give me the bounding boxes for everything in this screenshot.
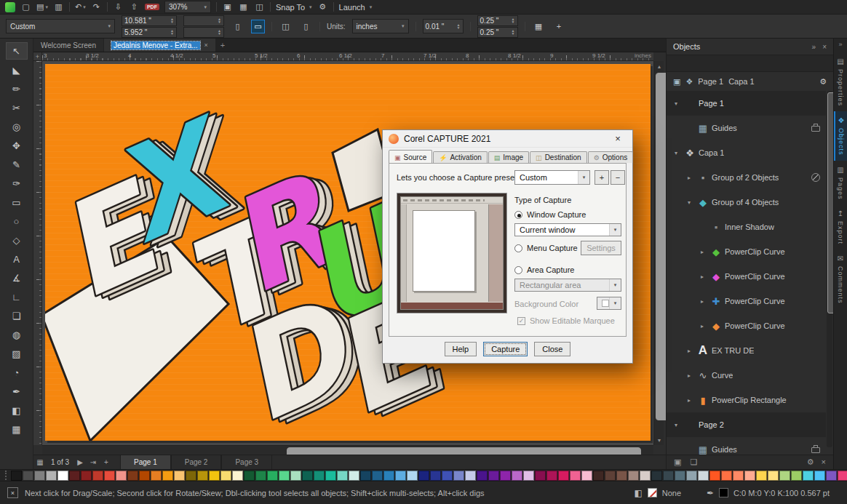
- page-sorter-icon[interactable]: ▦: [33, 458, 47, 466]
- show-editable-marquee-checkbox[interactable]: ✓ Show Editable Marquee: [517, 316, 615, 325]
- import-icon[interactable]: ⇩: [113, 1, 124, 13]
- color-swatch[interactable]: [360, 471, 371, 481]
- dock-tab-comments[interactable]: ✉ Comments: [834, 249, 847, 309]
- object-label[interactable]: Capa 1: [699, 148, 724, 157]
- landscape-orientation-button[interactable]: ▭: [251, 20, 265, 33]
- color-swatch[interactable]: [220, 471, 231, 481]
- color-swatch[interactable]: [477, 471, 488, 481]
- zoom-level-select[interactable]: 307% ▾: [164, 1, 211, 13]
- shape-tool[interactable]: ◣: [6, 61, 28, 79]
- dialog-close-icon[interactable]: ×: [609, 133, 627, 144]
- expand-arrow-icon[interactable]: ▾: [684, 199, 694, 206]
- pick-tool[interactable]: ↖: [6, 42, 28, 60]
- preset-select[interactable]: Custom ▾: [6, 19, 115, 33]
- color-swatch[interactable]: [337, 471, 348, 481]
- view-wireframe-icon[interactable]: ▦: [238, 1, 249, 13]
- expand-arrow-icon[interactable]: ▸: [684, 372, 694, 379]
- row-status-icon[interactable]: [811, 447, 820, 453]
- object-label[interactable]: PowerClip Curve: [725, 297, 785, 305]
- expand-arrow-icon[interactable]: ▾: [671, 422, 681, 428]
- page-tab[interactable]: Page 3: [221, 455, 272, 469]
- color-swatch[interactable]: [791, 471, 802, 481]
- object-label[interactable]: Group of 4 Objects: [712, 198, 779, 207]
- expand-arrow-icon[interactable]: ▸: [684, 397, 694, 404]
- color-swatch[interactable]: [255, 471, 266, 481]
- stepper-icon[interactable]: ▲▼: [218, 17, 221, 23]
- area-capture-radio[interactable]: Area Capture: [514, 265, 574, 274]
- view-enhanced-icon[interactable]: ◫: [254, 1, 265, 13]
- horizontal-scrollbar[interactable]: [42, 445, 653, 455]
- color-swatch[interactable]: [709, 471, 720, 481]
- dialog-title-bar[interactable]: Corel CAPTURE 2021 ×: [383, 130, 632, 148]
- color-swatch[interactable]: [407, 471, 418, 481]
- breadcrumb-page-label[interactable]: Page 1: [698, 77, 723, 86]
- color-swatch[interactable]: [663, 471, 674, 481]
- ellipse-tool[interactable]: ○: [6, 212, 28, 230]
- color-swatch[interactable]: [523, 471, 534, 481]
- color-swatch[interactable]: [92, 471, 103, 481]
- color-swatch[interactable]: [34, 471, 45, 481]
- duplicate-y-field[interactable]: 0.25 " ▲▼: [477, 27, 518, 38]
- color-swatch[interactable]: [302, 471, 313, 481]
- color-swatch[interactable]: [162, 471, 173, 481]
- color-swatch[interactable]: [768, 471, 779, 481]
- new-tab-button[interactable]: +: [216, 39, 229, 52]
- color-swatch[interactable]: [430, 471, 441, 481]
- breadcrumb-layer-label[interactable]: Capa 1: [728, 77, 754, 86]
- color-swatch[interactable]: [651, 471, 662, 481]
- color-swatch[interactable]: [640, 471, 651, 481]
- current-window-select[interactable]: Current window ▾: [514, 223, 621, 236]
- color-swatch[interactable]: [675, 471, 685, 481]
- color-swatch[interactable]: [512, 471, 522, 481]
- last-page-button[interactable]: ⇥: [87, 458, 100, 466]
- expand-arrow-icon[interactable]: ▸: [697, 298, 707, 305]
- tab-welcome-screen[interactable]: Welcome Screen: [33, 39, 103, 52]
- outline-color-swatch[interactable]: [719, 488, 728, 497]
- stepper-icon[interactable]: ▲▼: [218, 29, 221, 35]
- checkbox-icon[interactable]: ✓: [517, 317, 525, 325]
- stepper-icon[interactable]: ▲▼: [512, 29, 515, 35]
- expand-arrow-icon[interactable]: ▾: [671, 150, 681, 156]
- color-swatch[interactable]: [314, 471, 325, 481]
- expand-arrow-icon[interactable]: ▸: [684, 175, 694, 181]
- object-label[interactable]: Page 2: [699, 420, 724, 429]
- dock-tab-export[interactable]: ↥ Export: [834, 204, 847, 249]
- stepper-icon[interactable]: ▲▼: [457, 23, 461, 29]
- contour-tool[interactable]: ◍: [6, 326, 28, 343]
- color-swatch[interactable]: [721, 471, 732, 481]
- color-swatch[interactable]: [546, 471, 557, 481]
- tab-source[interactable]: ▣ Source: [389, 150, 432, 163]
- scroll-up-icon[interactable]: ▲: [654, 61, 664, 71]
- object-label[interactable]: PowerClip Curve: [725, 321, 785, 330]
- color-swatch[interactable]: [81, 471, 92, 481]
- expand-arrow-icon[interactable]: ▸: [697, 249, 707, 255]
- color-swatch[interactable]: [127, 471, 138, 481]
- add-button[interactable]: +: [552, 20, 566, 33]
- color-swatch[interactable]: [465, 471, 476, 481]
- page-height-field[interactable]: 5.952 " ▲▼: [122, 27, 177, 38]
- duplicate-x-field[interactable]: 0.25 " ▲▼: [477, 15, 518, 26]
- page-icon[interactable]: ▣: [673, 77, 680, 87]
- object-row[interactable]: ▾ Page 1: [667, 91, 826, 116]
- object-row[interactable]: ▾ ◆ Group of 4 Objects: [667, 190, 826, 215]
- horizontal-ruler[interactable]: 33 1/244 1/255 1/266 1/277 1/288 1/299 1…: [42, 52, 653, 61]
- object-label[interactable]: Page 1: [699, 99, 724, 108]
- dock-tab-pages[interactable]: ▥ Pages: [834, 161, 847, 205]
- object-row[interactable]: ▸ A EX TRU DE: [667, 338, 826, 363]
- object-label[interactable]: Guides: [712, 445, 737, 454]
- object-row[interactable]: ▸ ◆ PowerClip Curve: [667, 239, 826, 264]
- next-page-button[interactable]: ▶: [73, 458, 87, 466]
- object-row[interactable]: ▦ Guides: [667, 437, 826, 455]
- publish-to-pdf-icon[interactable]: PDF: [145, 4, 159, 10]
- radio-icon[interactable]: [514, 266, 522, 274]
- zoom-tool[interactable]: ◎: [6, 118, 28, 135]
- color-swatch[interactable]: [558, 471, 569, 481]
- color-swatch[interactable]: [744, 471, 755, 481]
- units-select[interactable]: inches ▾: [352, 19, 409, 33]
- color-swatch[interactable]: [151, 471, 162, 481]
- close-icon[interactable]: ×: [204, 41, 208, 49]
- object-label[interactable]: PowerClip Rectangle: [712, 396, 787, 404]
- expand-arrow-icon[interactable]: ▸: [697, 273, 707, 280]
- color-swatch[interactable]: [442, 471, 453, 481]
- help-button[interactable]: Help: [445, 342, 477, 356]
